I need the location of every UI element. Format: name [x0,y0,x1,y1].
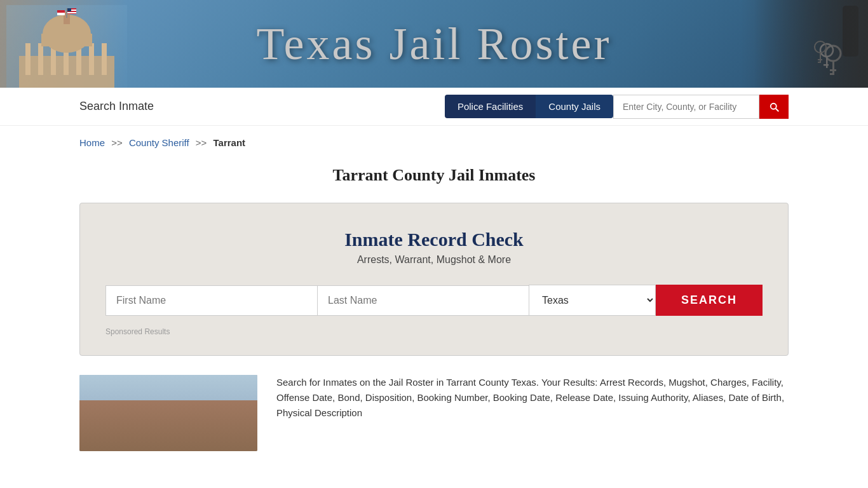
banner-title: Texas Jail Roster [257,18,612,71]
search-section-subtitle: Arrests, Warrant, Mugshot & More [105,254,763,266]
svg-rect-8 [102,43,107,75]
first-name-input[interactable] [105,285,317,316]
facility-search-input[interactable] [613,95,759,119]
svg-rect-2 [25,43,31,75]
bottom-description: Search for Inmates on the Jail Roster in… [276,375,789,451]
capitol-dome-icon [6,5,127,88]
building-thumbnail [79,375,257,451]
page-title: Tarrant County Jail Inmates [0,166,868,185]
search-inmate-label: Search Inmate [79,100,154,112]
header-banner: Texas Jail Roster [0,0,868,88]
search-button[interactable]: SEARCH [656,285,763,316]
breadcrumb-home[interactable]: Home [79,137,105,148]
breadcrumb-sep-2: >> [196,137,207,148]
svg-rect-17 [67,8,71,11]
search-section: Inmate Record Check Arrests, Warrant, Mu… [79,203,789,356]
bottom-section: Search for Inmates on the Jail Roster in… [79,375,789,451]
search-section-title: Inmate Record Check [105,229,763,250]
banner-right-overlay [741,0,868,88]
facility-search-button[interactable] [759,95,789,119]
police-facilities-button[interactable]: Police Facilities [445,95,536,118]
building-decoration [79,400,257,451]
search-icon [768,101,780,112]
search-fields: TexasAlabamaAlaskaArizonaArkansasCalifor… [105,285,763,316]
navbar-left: Search Inmate [79,100,445,113]
state-select[interactable]: TexasAlabamaAlaskaArizonaArkansasCalifor… [529,285,656,316]
svg-rect-7 [89,43,94,75]
svg-rect-20 [57,10,65,13]
breadcrumb: Home >> County Sheriff >> Tarrant [0,126,868,154]
breadcrumb-county-sheriff[interactable]: County Sheriff [129,137,189,148]
last-name-input[interactable] [317,285,529,316]
navbar: Search Inmate Police Facilities County J… [0,88,868,126]
navbar-right: Police Facilities County Jails [445,95,789,119]
sponsored-results-label: Sponsored Results [105,327,763,336]
svg-rect-21 [57,13,65,15]
breadcrumb-current: Tarrant [214,137,246,148]
svg-rect-3 [38,43,43,75]
county-jails-button[interactable]: County Jails [536,95,613,118]
breadcrumb-sep-1: >> [111,137,123,148]
svg-rect-16 [67,12,76,13]
svg-rect-12 [66,8,67,18]
